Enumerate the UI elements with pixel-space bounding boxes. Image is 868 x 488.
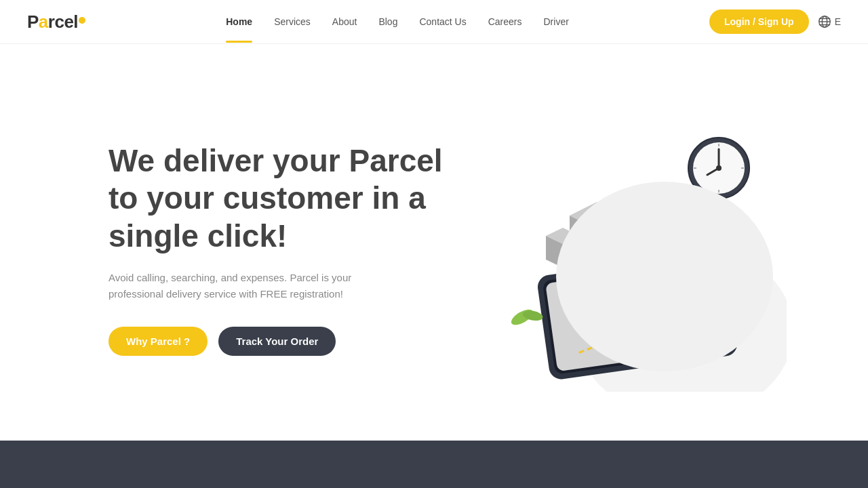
hero-title: We deliver your Parcel to your customer … [108,142,461,255]
hero-subtitle: Avoid calling, searching, and expenses. … [108,270,407,302]
nav-item-careers[interactable]: Careers [488,16,522,28]
nav-link-careers[interactable]: Careers [488,16,522,27]
login-button[interactable]: Login / Sign Up [709,9,809,34]
background-circle [556,182,773,371]
nav-item-about[interactable]: About [332,16,357,28]
nav-item-driver[interactable]: Driver [544,16,569,28]
hero-buttons: Why Parcel ? Track Your Order [108,327,461,356]
nav-item-contact[interactable]: Contact Us [419,16,466,28]
svg-point-10 [716,165,722,171]
footer [0,441,868,488]
nav-link-driver[interactable]: Driver [544,16,569,27]
globe-icon [817,14,832,29]
nav-link-about[interactable]: About [332,16,357,27]
nav-link-services[interactable]: Services [274,16,311,27]
logo-dot [79,17,85,24]
logo[interactable]: Parcel [27,12,85,33]
hero-text: We deliver your Parcel to your customer … [108,142,461,356]
nav-item-home[interactable]: Home [226,16,252,28]
nav-link-blog[interactable]: Blog [378,16,397,27]
nav-item-services[interactable]: Services [274,16,311,28]
lang-label: E [835,16,841,27]
why-parcel-button[interactable]: Why Parcel ? [108,327,208,356]
nav-link-contact[interactable]: Contact Us [419,16,466,27]
nav-right: Login / Sign Up E [709,9,841,34]
hero-illustration [488,107,787,392]
track-order-button[interactable]: Track Your Order [218,327,336,356]
language-selector[interactable]: E [817,14,841,29]
nav-links: Home Services About Blog Contact Us Care… [226,16,569,28]
navbar: Parcel Home Services About Blog Contact … [0,0,868,44]
nav-item-blog[interactable]: Blog [378,16,397,28]
nav-link-home[interactable]: Home [226,16,252,27]
hero-section: We deliver your Parcel to your customer … [0,44,868,441]
